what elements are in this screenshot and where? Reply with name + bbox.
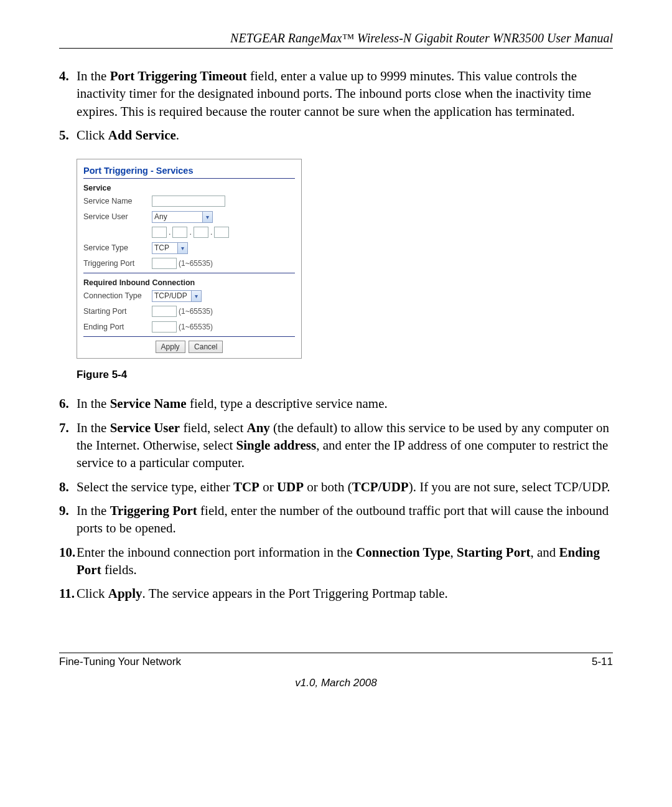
header-rule: [59, 48, 613, 49]
row-service-type: Service Type TCP ▾: [83, 241, 295, 255]
step-10: 10. Enter the inbound connection port in…: [59, 544, 613, 579]
step-text: In the Service User field, select Any (t…: [77, 419, 613, 472]
step-5: 5. Click Add Service.: [59, 126, 613, 144]
chevron-down-icon: ▾: [202, 212, 212, 222]
step-text: In the Port Triggering Timeout field, en…: [77, 67, 613, 120]
step-number: 6.: [59, 395, 77, 412]
step-text: Click Apply. The service appears in the …: [77, 585, 613, 602]
row-ending-port: Ending Port (1~65535): [83, 320, 295, 334]
step-number: 4.: [59, 67, 77, 120]
numbered-steps-cont: 6. In the Service Name field, type a des…: [59, 395, 613, 602]
service-name-input[interactable]: [152, 196, 225, 207]
inbound-section-head: Required Inbound Connection: [83, 278, 295, 287]
panel-divider: [83, 273, 295, 273]
ending-port-input[interactable]: [152, 321, 177, 333]
cancel-button[interactable]: Cancel: [189, 341, 223, 353]
label-service-type: Service Type: [83, 243, 152, 252]
chevron-down-icon: ▾: [177, 243, 187, 253]
step-number: 8.: [59, 478, 77, 496]
starting-port-input[interactable]: [152, 306, 177, 317]
port-triggering-panel: Port Triggering - Services Service Servi…: [77, 159, 302, 359]
connection-type-select[interactable]: TCP/UDP ▾: [152, 290, 202, 302]
panel-divider: [83, 336, 295, 337]
service-section-head: Service: [83, 184, 295, 192]
running-head: NETGEAR RangeMax™ Wireless-N Gigabit Rou…: [59, 31, 613, 45]
row-service-name: Service Name: [83, 194, 295, 208]
ip-octet-1-input[interactable]: [152, 227, 167, 238]
step-number: 9.: [59, 502, 77, 537]
step-6: 6. In the Service Name field, type a des…: [59, 395, 613, 412]
step-9: 9. In the Triggering Port field, enter t…: [59, 502, 613, 537]
figure-5-4: Port Triggering - Services Service Servi…: [77, 159, 613, 381]
footer-chapter: Fine-Tuning Your Network: [59, 656, 181, 668]
figure-caption: Figure 5-4: [77, 369, 613, 381]
port-range-hint: (1~65535): [179, 259, 213, 268]
step-number: 5.: [59, 126, 77, 144]
footer-version: v1.0, March 2008: [59, 677, 613, 689]
row-starting-port: Starting Port (1~65535): [83, 304, 295, 318]
step-8: 8. Select the service type, either TCP o…: [59, 478, 613, 496]
label-triggering-port: Triggering Port: [83, 259, 152, 268]
step-text: In the Service Name field, type a descri…: [77, 395, 613, 412]
step-number: 11.: [59, 585, 77, 602]
row-triggering-port: Triggering Port (1~65535): [83, 257, 295, 270]
step-text: Select the service type, either TCP or U…: [77, 478, 613, 496]
label-ending-port: Ending Port: [83, 323, 152, 331]
port-range-hint: (1~65535): [179, 307, 213, 316]
panel-title: Port Triggering - Services: [83, 166, 295, 176]
footer-rule: [59, 653, 613, 653]
select-value: TCP/UDP: [154, 291, 187, 300]
step-text: Enter the inbound connection port inform…: [77, 544, 613, 579]
step-text: In the Triggering Port field, enter the …: [77, 502, 613, 537]
label-service-name: Service Name: [83, 197, 152, 205]
chevron-down-icon: ▾: [191, 291, 201, 301]
ip-octet-3-input[interactable]: [194, 227, 208, 238]
label-service-user: Service User: [83, 212, 152, 221]
row-ip-address: . . .: [83, 225, 295, 239]
ip-octet-2-input[interactable]: [172, 227, 187, 238]
select-value: TCP: [154, 243, 169, 252]
step-text: Click Add Service.: [77, 126, 613, 144]
step-11: 11. Click Apply. The service appears in …: [59, 585, 613, 602]
row-connection-type: Connection Type TCP/UDP ▾: [83, 289, 295, 303]
service-user-select[interactable]: Any ▾: [152, 211, 213, 223]
step-number: 7.: [59, 419, 77, 472]
triggering-port-input[interactable]: [152, 258, 177, 269]
select-value: Any: [154, 212, 167, 221]
service-type-select[interactable]: TCP ▾: [152, 242, 188, 254]
footer-page-number: 5-11: [592, 656, 613, 668]
numbered-steps: 4. In the Port Triggering Timeout field,…: [59, 67, 613, 144]
panel-divider: [83, 178, 295, 179]
button-row: Apply Cancel: [83, 341, 295, 353]
label-starting-port: Starting Port: [83, 307, 152, 316]
step-7: 7. In the Service User field, select Any…: [59, 419, 613, 472]
step-number: 10.: [59, 544, 77, 579]
step-4: 4. In the Port Triggering Timeout field,…: [59, 67, 613, 120]
apply-button[interactable]: Apply: [156, 341, 185, 353]
footer: Fine-Tuning Your Network 5-11 v1.0, Marc…: [59, 653, 613, 689]
row-service-user: Service User Any ▾: [83, 210, 295, 224]
label-connection-type: Connection Type: [83, 291, 152, 300]
ip-octet-4-input[interactable]: [214, 227, 229, 238]
port-range-hint: (1~65535): [179, 323, 213, 331]
